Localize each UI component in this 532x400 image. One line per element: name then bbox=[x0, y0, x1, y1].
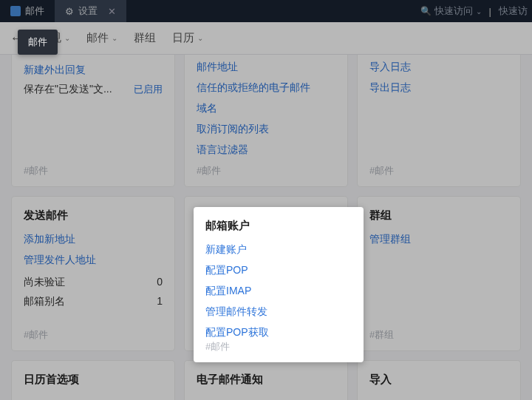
link-configure-pop[interactable]: 配置POP bbox=[205, 264, 352, 277]
link-manage-forwarding[interactable]: 管理邮件转发 bbox=[205, 305, 352, 319]
card-mail-accounts-highlight: 邮箱账户 新建账户 配置POP 配置IMAP 管理邮件转发 配置POP获取 #邮… bbox=[194, 207, 364, 362]
card-title: 邮箱账户 bbox=[205, 219, 352, 233]
link-new-account[interactable]: 新建账户 bbox=[205, 243, 352, 257]
link-configure-imap[interactable]: 配置IMAP bbox=[205, 285, 352, 298]
tooltip-mail: 邮件 bbox=[18, 30, 58, 55]
link-configure-pop-fetch[interactable]: 配置POP获取 bbox=[205, 326, 352, 339]
card-tag: #邮件 bbox=[205, 340, 230, 353]
